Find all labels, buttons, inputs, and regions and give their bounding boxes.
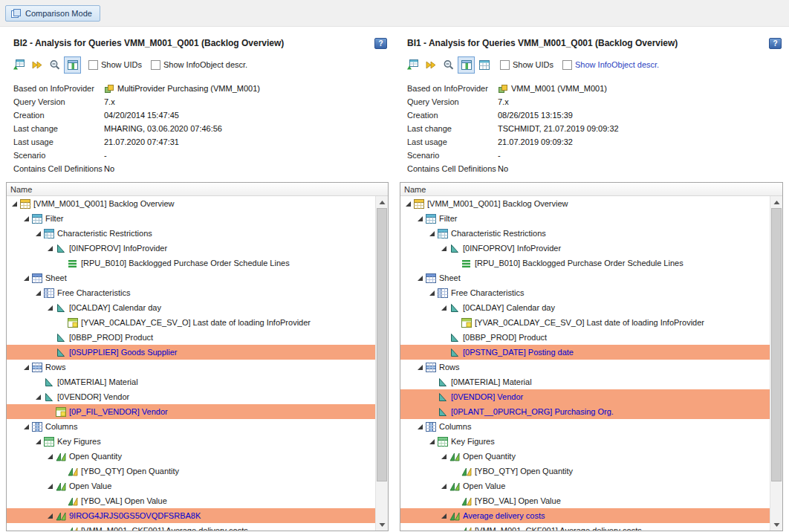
tree-node[interactable]: Open Value (7, 479, 375, 493)
tree-node[interactable]: [0MATERIAL] Material (7, 374, 375, 389)
tree-node[interactable]: [0MATERIAL] Material (400, 374, 770, 389)
expand-collapse-icon[interactable] (439, 245, 449, 252)
vertical-scrollbar[interactable] (770, 196, 782, 531)
zoom-button[interactable] (46, 56, 63, 74)
tree-node[interactable]: [0PSTNG_DATE] Posting date (400, 345, 770, 360)
tree-node[interactable]: [VMM_M001_CKF001] Average delivery costs (400, 523, 770, 531)
expand-collapse-icon[interactable] (45, 453, 55, 460)
help-button[interactable]: ? (374, 38, 387, 49)
tree-node[interactable]: [VMM_M001_Q001] Backlog Overview (7, 196, 375, 211)
scrollbar-track[interactable] (376, 208, 388, 519)
checkbox[interactable] (88, 60, 98, 70)
tree-node[interactable]: [0VENDOR] Vendor (7, 389, 375, 404)
scroll-down-button[interactable] (376, 519, 388, 531)
zoom-button[interactable] (440, 56, 457, 74)
expand-collapse-icon[interactable] (33, 394, 43, 400)
expand-collapse-icon[interactable] (427, 290, 437, 296)
scrollbar-thumb[interactable] (377, 208, 387, 481)
tree-node[interactable]: Key Figures (400, 434, 770, 449)
expand-collapse-icon[interactable] (439, 483, 449, 490)
expand-collapse-icon[interactable] (439, 453, 449, 460)
tree-node[interactable]: Characteristic Restrictions (7, 226, 375, 241)
expand-collapse-icon[interactable] (10, 201, 19, 207)
tree-node[interactable]: Average delivery costs (400, 508, 770, 523)
tree-node[interactable]: Columns (400, 419, 770, 434)
tree-node[interactable]: Open Value (400, 479, 770, 493)
highlight-differences-button[interactable] (64, 56, 81, 74)
tree-node[interactable]: [VMM_M001_Q001] Backlog Overview (400, 196, 770, 211)
display-query-button[interactable] (10, 56, 27, 74)
expand-collapse-icon[interactable] (427, 230, 437, 237)
tree-node[interactable]: Key Figures (7, 434, 375, 449)
scrollbar-track[interactable] (770, 208, 782, 519)
tree-node[interactable]: Columns (7, 419, 375, 434)
tree-node[interactable]: [0CALDAY] Calendar day (7, 300, 375, 315)
tree-node[interactable]: [YVAR_0CALDAY_CE_SV_O] Last date of load… (400, 315, 770, 330)
tree-node[interactable]: [0INFOPROV] InfoProvider (400, 241, 770, 256)
expand-collapse-icon[interactable] (439, 513, 449, 519)
checkbox[interactable] (562, 60, 572, 70)
checkbox[interactable] (151, 60, 160, 70)
show-uids-checkbox[interactable]: Show UIDs (88, 60, 142, 70)
tree-node[interactable]: [YBO_VAL] Open Value (7, 493, 375, 508)
expand-collapse-icon[interactable] (415, 275, 425, 282)
tree-node[interactable]: Sheet (7, 270, 375, 285)
highlight-differences-button[interactable] (458, 56, 475, 74)
checkbox[interactable] (500, 60, 510, 70)
tree-node[interactable]: [RPU_B010] Backlogged Purchase Order Sch… (400, 256, 770, 270)
tree-node[interactable]: Free Characteristics (400, 285, 770, 300)
tree-node[interactable]: Free Characteristics (7, 285, 375, 300)
tree-node[interactable]: Filter (7, 211, 375, 226)
expand-collapse-icon[interactable] (33, 438, 43, 445)
transport-query-button[interactable] (422, 56, 439, 74)
comparison-mode-button[interactable]: Comparison Mode (5, 5, 100, 22)
technical-display-button[interactable] (475, 56, 493, 74)
expand-collapse-icon[interactable] (45, 245, 55, 252)
expand-collapse-icon[interactable] (415, 215, 425, 222)
expand-collapse-icon[interactable] (22, 215, 31, 222)
expand-collapse-icon[interactable] (22, 364, 31, 371)
display-query-button[interactable] (404, 56, 421, 74)
help-button[interactable]: ? (769, 38, 782, 49)
tree-node[interactable]: [VMM_M001_CKF001] Average delivery costs (7, 523, 375, 531)
tree-node[interactable]: [YBO_VAL] Open Value (400, 493, 770, 508)
vertical-scrollbar[interactable] (375, 196, 388, 531)
expand-collapse-icon[interactable] (427, 438, 437, 445)
tree-node[interactable]: [YVAR_0CALDAY_CE_SV_O] Last date of load… (7, 315, 375, 330)
scrollbar-thumb[interactable] (771, 208, 782, 481)
tree-node[interactable]: [0CALDAY] Calendar day (400, 300, 770, 315)
tree-node[interactable]: [0INFOPROV] InfoProvider (7, 241, 375, 256)
tree-node[interactable]: [0BBP_PROD] Product (7, 330, 375, 345)
tree-node[interactable]: Sheet (400, 270, 770, 285)
tree-node[interactable]: Open Quantity (400, 449, 770, 464)
tree-node[interactable]: [0VENDOR] Vendor (400, 389, 770, 404)
tree-node[interactable]: [0PLANT__0PURCH_ORG] Purchasing Org. (400, 404, 770, 419)
tree-node[interactable]: [YBO_QTY] Open Quantity (7, 464, 375, 479)
expand-collapse-icon[interactable] (439, 305, 449, 311)
show-uids-checkbox[interactable]: Show UIDs (500, 60, 553, 70)
tree-node[interactable]: Characteristic Restrictions (400, 226, 770, 241)
show-infoobject-descr-checkbox[interactable]: Show InfoObject descr. (562, 60, 659, 70)
expand-collapse-icon[interactable] (22, 275, 31, 282)
expand-collapse-icon[interactable] (45, 305, 55, 311)
expand-collapse-icon[interactable] (403, 201, 413, 207)
expand-collapse-icon[interactable] (45, 483, 55, 490)
tree-node[interactable]: 9IROG4JRJS0GS5OVQDFSRBA8K (7, 508, 375, 523)
tree-node[interactable]: Rows (7, 360, 375, 374)
show-infoobject-descr-checkbox[interactable]: Show InfoObject descr. (151, 60, 247, 70)
expand-collapse-icon[interactable] (45, 513, 55, 519)
expand-collapse-icon[interactable] (33, 290, 43, 296)
expand-collapse-icon[interactable] (22, 424, 31, 430)
tree-node[interactable]: [RPU_B010] Backlogged Purchase Order Sch… (7, 256, 375, 270)
tree-node[interactable]: Rows (400, 360, 770, 374)
transport-query-button[interactable] (28, 56, 45, 74)
tree-node[interactable]: Open Quantity (7, 449, 375, 464)
tree-node[interactable]: [0P_FIL_VENDOR] Vendor (7, 404, 375, 419)
scroll-up-button[interactable] (376, 196, 388, 208)
expand-collapse-icon[interactable] (415, 364, 425, 371)
tree-node[interactable]: [0SUPPLIER] Goods Supplier (7, 345, 375, 360)
tree-node[interactable]: Filter (400, 211, 770, 226)
expand-collapse-icon[interactable] (415, 424, 425, 430)
scroll-up-button[interactable] (770, 196, 782, 208)
expand-collapse-icon[interactable] (33, 230, 43, 237)
